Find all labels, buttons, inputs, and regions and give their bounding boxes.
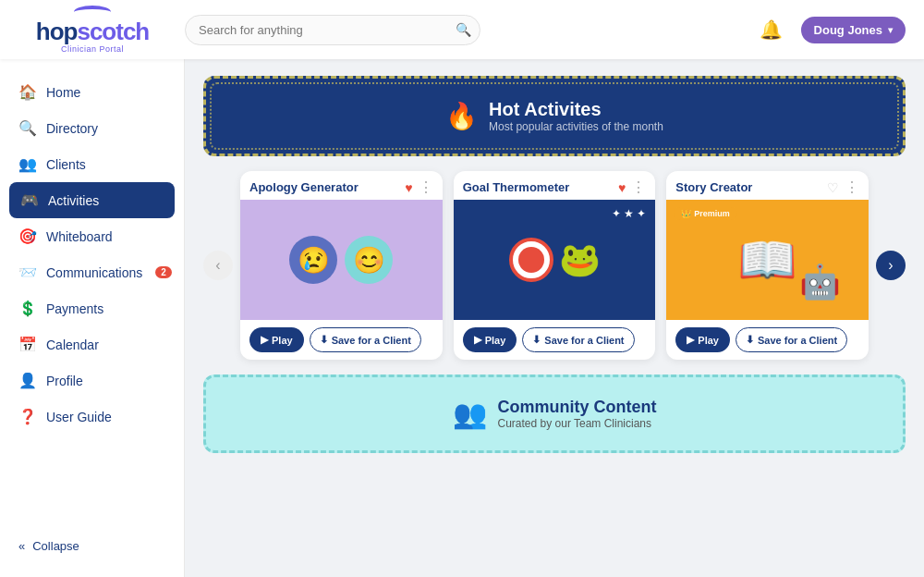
calendar-icon: 📅 — [18, 336, 37, 353]
more-button[interactable]: ⋮ — [419, 178, 433, 196]
card-title: Apology Generator — [249, 180, 359, 194]
main-content: 🔥 Hot Activites Most popular activities … — [185, 59, 924, 577]
cards-nav-right[interactable]: › — [876, 251, 906, 280]
sidebar-item-payments[interactable]: 💲 Payments — [0, 290, 184, 326]
card-actions: ♥ ⋮ — [405, 178, 432, 196]
sidebar-item-profile[interactable]: 👤 Profile — [0, 362, 184, 399]
chevron-down-icon: ▾ — [888, 25, 893, 35]
hot-activities-title: Hot Activites — [489, 99, 663, 120]
sidebar-item-whiteboard[interactable]: 🎯 Whiteboard — [0, 218, 184, 254]
sidebar-item-user-guide[interactable]: ❓ User Guide — [0, 399, 184, 435]
play-button[interactable]: ▶ Play — [249, 327, 304, 352]
card-header: Apology Generator ♥ ⋮ — [240, 171, 443, 200]
logo-text: hopscotch — [36, 19, 149, 43]
card-image: 😢 😊 — [240, 200, 443, 320]
hot-activities-subtitle: Most popular activities of the month — [489, 120, 663, 133]
sidebar-item-communications[interactable]: 📨 Communications 2 — [0, 254, 184, 290]
save-button[interactable]: ⬇ Save for a Client — [522, 327, 634, 352]
flame-icon: 🔥 — [445, 101, 478, 131]
more-button[interactable]: ⋮ — [845, 178, 859, 196]
sidebar-item-calendar[interactable]: 📅 Calendar — [0, 326, 184, 362]
book-robot-icon: 📖 — [737, 232, 797, 288]
sidebar-item-directory[interactable]: 🔍 Directory — [0, 110, 184, 146]
like-button[interactable]: ♥ — [618, 180, 626, 195]
like-button[interactable]: ♥ — [405, 180, 412, 195]
card-header: Goal Thermometer ♥ ⋮ — [454, 171, 656, 200]
community-inner: 👥 Community Content Curated by our Team … — [453, 398, 657, 430]
sidebar-item-clients[interactable]: 👥 Clients — [0, 146, 184, 182]
play-icon: ▶ — [261, 334, 268, 346]
directory-icon: 🔍 — [18, 119, 37, 137]
community-banner: 👥 Community Content Curated by our Team … — [203, 374, 906, 453]
sidebar-label-activities: Activities — [48, 193, 99, 208]
user-menu-button[interactable]: Doug Jones ▾ — [801, 17, 906, 43]
search-bar: 🔍 — [185, 15, 480, 45]
card-apology-generator: Apology Generator ♥ ⋮ 😢 😊 — [240, 171, 443, 360]
robot-icon: 🤖 — [799, 263, 841, 301]
save-icon: ⬇ — [532, 334, 541, 346]
sidebar-label-profile: Profile — [46, 374, 83, 388]
play-button[interactable]: ▶ Play — [463, 327, 517, 352]
stars-decoration: ✦ ★ ✦ — [612, 207, 647, 220]
logo-subtitle: Clinician Portal — [61, 44, 124, 54]
header-right: 🔔 Doug Jones ▾ — [756, 15, 906, 44]
sidebar-label-calendar: Calendar — [46, 338, 99, 352]
user-name: Doug Jones — [814, 23, 882, 37]
search-input[interactable] — [185, 15, 480, 45]
clients-icon: 👥 — [18, 155, 37, 173]
app-layout: 🏠 Home 🔍 Directory 👥 Clients 🎮 Activitie… — [0, 59, 924, 577]
card-story-creator: Story Creator ♡ ⋮ 👑 Premium 📖 — [666, 171, 869, 360]
crown-icon: 👑 — [681, 209, 691, 218]
community-subtitle: Curated by our Team Clinicians — [498, 417, 657, 430]
community-title: Community Content — [498, 398, 657, 417]
save-button[interactable]: ⬇ Save for a Client — [310, 327, 421, 352]
play-button[interactable]: ▶ Play — [675, 327, 730, 352]
communications-badge: 2 — [155, 266, 172, 278]
sidebar-item-home[interactable]: 🏠 Home — [0, 74, 184, 110]
card-footer: ▶ Play ⬇ Save for a Client — [240, 320, 443, 360]
home-icon: 🏠 — [18, 83, 37, 101]
card-image: 👑 Premium 📖 🤖 — [666, 200, 869, 320]
notifications-button[interactable]: 🔔 — [756, 15, 786, 44]
sidebar-label-directory: Directory — [46, 121, 98, 136]
communications-icon: 📨 — [18, 264, 37, 281]
collapse-icon: « — [18, 539, 25, 553]
hot-banner-inner: 🔥 Hot Activites Most popular activities … — [445, 99, 663, 133]
activities-icon: 🎮 — [20, 191, 39, 209]
card-actions: ♥ ⋮ — [618, 178, 646, 196]
payments-icon: 💲 — [18, 300, 37, 317]
community-text: Community Content Curated by our Team Cl… — [498, 398, 657, 430]
sidebar-label-clients: Clients — [46, 157, 86, 172]
collapse-label: Collapse — [32, 539, 79, 553]
profile-icon: 👤 — [18, 372, 37, 389]
card-footer: ▶ Play ⬇ Save for a Client — [454, 320, 656, 360]
save-icon: ⬇ — [320, 334, 328, 346]
sad-face: 😢 — [289, 236, 337, 284]
logo: hopscotch Clinician Portal — [18, 6, 166, 54]
card-actions: ♡ ⋮ — [827, 178, 859, 196]
card-header: Story Creator ♡ ⋮ — [666, 171, 869, 200]
save-button[interactable]: ⬇ Save for a Client — [736, 327, 847, 352]
like-button[interactable]: ♡ — [827, 180, 839, 195]
card-footer: ▶ Play ⬇ Save for a Client — [666, 320, 869, 360]
more-button[interactable]: ⋮ — [631, 178, 646, 196]
sidebar-label-home: Home — [46, 85, 80, 100]
sidebar-item-activities[interactable]: 🎮 Activities — [9, 182, 175, 218]
play-icon: ▶ — [474, 334, 481, 346]
community-icon: 👥 — [453, 398, 487, 430]
hot-activities-banner: 🔥 Hot Activites Most popular activities … — [203, 76, 906, 156]
logo-arch — [74, 6, 111, 18]
monster-scene: 🐸 ✦ ★ ✦ — [454, 200, 656, 320]
target-icon — [509, 238, 553, 282]
card-image: 🐸 ✦ ★ ✦ — [454, 200, 656, 320]
card-title: Goal Thermometer — [463, 180, 570, 194]
cards-container: Apology Generator ♥ ⋮ 😢 😊 — [240, 171, 869, 360]
monster-icon: 🐸 — [559, 240, 601, 279]
cards-nav-left[interactable]: ‹ — [203, 251, 233, 280]
search-button[interactable]: 🔍 — [456, 22, 471, 37]
save-icon: ⬇ — [746, 334, 754, 346]
collapse-button[interactable]: « Collapse — [0, 530, 184, 562]
activity-cards-row: ‹ Apology Generator ♥ ⋮ 😢 😊 — [203, 171, 906, 360]
premium-badge: 👑 Premium — [674, 207, 737, 220]
app-header: hopscotch Clinician Portal 🔍 🔔 Doug Jone… — [0, 0, 924, 59]
